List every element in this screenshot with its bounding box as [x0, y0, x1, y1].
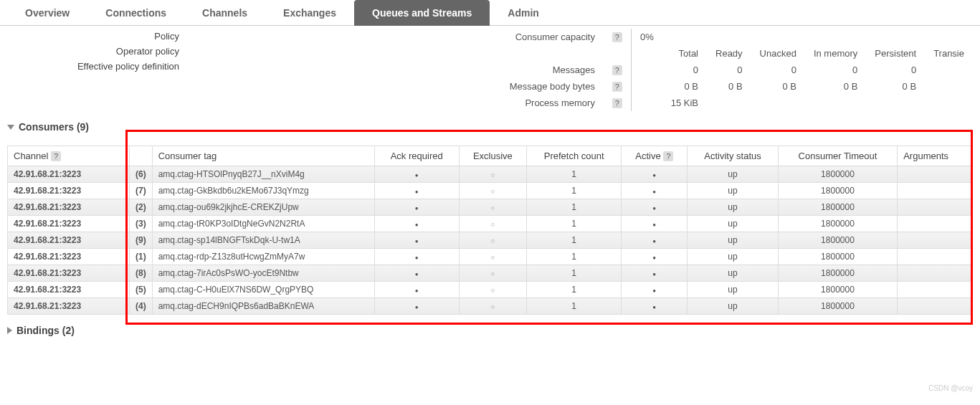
status-cell: up	[688, 249, 779, 265]
exclusive-cell	[459, 298, 526, 315]
channel-link[interactable]: 42.91.68.21:3223	[8, 249, 130, 265]
ack-cell	[374, 199, 459, 216]
tab-overview[interactable]: Overview	[7, 0, 87, 26]
ack-cell	[374, 282, 459, 298]
table-row: 42.91.68.21:3223(5)amq.ctag-C-H0uElX7NS6…	[8, 282, 973, 298]
channel-link[interactable]: 42.91.68.21:3223	[8, 183, 130, 199]
exclusive-cell	[459, 216, 526, 232]
args-cell	[898, 265, 973, 282]
help-icon[interactable]: ?	[612, 98, 622, 108]
tab-channels[interactable]: Channels	[184, 0, 265, 26]
col-activity-status: Activity status	[688, 146, 779, 166]
table-row: 42.91.68.21:3223(4)amq.ctag-dECH9nIQPBs6…	[8, 298, 973, 315]
tab-queues[interactable]: Queues and Streams	[354, 0, 490, 26]
tab-admin[interactable]: Admin	[490, 0, 557, 26]
help-icon[interactable]: ?	[51, 151, 61, 161]
active-cell	[622, 265, 688, 282]
help-icon[interactable]: ?	[612, 65, 622, 75]
table-row: 42.91.68.21:3223(8)amq.ctag-7irAc0sPsWO-…	[8, 265, 973, 282]
status-cell: up	[688, 166, 779, 183]
channel-counter: (8)	[130, 265, 153, 282]
consumers-title: Consumers (9)	[19, 121, 89, 133]
exclusive-cell	[459, 199, 526, 216]
consumers-section-header[interactable]: Consumers (9)	[0, 111, 980, 137]
table-row: 42.91.68.21:3223(9)amq.ctag-sp14lBNGFTsk…	[8, 232, 973, 249]
messages-ready: 0	[707, 62, 751, 78]
operator-policy-label: Operator policy	[7, 44, 179, 59]
stats-table: Consumer capacity ? 0% Total Ready Unack…	[501, 29, 973, 111]
active-cell	[622, 232, 688, 249]
consumer-capacity-value: 0%	[631, 29, 662, 45]
channel-link[interactable]: 42.91.68.21:3223	[8, 216, 130, 232]
ack-cell	[374, 216, 459, 232]
messages-unacked: 0	[751, 62, 805, 78]
channel-link[interactable]: 42.91.68.21:3223	[8, 265, 130, 282]
bindings-section-header[interactable]: Bindings (2)	[0, 315, 980, 340]
table-row: 42.91.68.21:3223(6)amq.ctag-HTSOlPnyqB27…	[8, 166, 973, 183]
consumer-tag: amq.ctag-GkBkdb6u2kEMo67J3qYmzg	[152, 183, 374, 199]
col-ack: Ack required	[374, 146, 459, 166]
status-cell: up	[688, 183, 779, 199]
bodybytes-label: Message body bytes	[501, 78, 604, 95]
processmem-label: Process memory	[501, 95, 604, 111]
channel-counter: (6)	[130, 166, 153, 183]
channel-link[interactable]: 42.91.68.21:3223	[8, 166, 130, 183]
tab-connections[interactable]: Connections	[87, 0, 184, 26]
status-cell: up	[688, 265, 779, 282]
prefetch-cell: 1	[527, 232, 622, 249]
exclusive-cell	[459, 282, 526, 298]
status-cell: up	[688, 232, 779, 249]
help-icon[interactable]: ?	[612, 32, 622, 42]
status-cell: up	[688, 298, 779, 315]
timeout-cell: 1800000	[778, 282, 897, 298]
exclusive-cell	[459, 249, 526, 265]
consumer-capacity-label: Consumer capacity	[501, 29, 604, 45]
prefetch-cell: 1	[527, 249, 622, 265]
status-cell: up	[688, 216, 779, 232]
timeout-cell: 1800000	[778, 232, 897, 249]
active-cell	[622, 166, 688, 183]
stats-header-transient: Transie	[925, 45, 973, 62]
channel-counter: (4)	[130, 298, 153, 315]
args-cell	[898, 183, 973, 199]
prefetch-cell: 1	[527, 199, 622, 216]
status-cell: up	[688, 282, 779, 298]
args-cell	[898, 298, 973, 315]
messages-total: 0	[662, 62, 707, 78]
consumer-tag: amq.ctag-7irAc0sPsWO-yocEt9Ntbw	[152, 265, 374, 282]
policy-section: Policy Operator policy Effective policy …	[7, 29, 179, 111]
exclusive-cell	[459, 265, 526, 282]
policy-label: Policy	[7, 29, 179, 44]
ack-cell	[374, 166, 459, 183]
timeout-cell: 1800000	[778, 199, 897, 216]
ack-cell	[374, 183, 459, 199]
exclusive-cell	[459, 183, 526, 199]
chevron-down-icon	[7, 125, 14, 130]
channel-link[interactable]: 42.91.68.21:3223	[8, 232, 130, 249]
bodybytes-inmemory: 0 B	[805, 78, 866, 95]
col-exclusive: Exclusive	[459, 146, 526, 166]
channel-link[interactable]: 42.91.68.21:3223	[8, 199, 130, 216]
channel-link[interactable]: 42.91.68.21:3223	[8, 298, 130, 315]
prefetch-cell: 1	[527, 166, 622, 183]
help-icon[interactable]: ?	[663, 151, 673, 161]
ack-cell	[374, 298, 459, 315]
messages-label: Messages	[501, 62, 604, 78]
tab-exchanges[interactable]: Exchanges	[265, 0, 354, 26]
chevron-right-icon	[7, 327, 12, 334]
help-icon[interactable]: ?	[612, 82, 622, 92]
args-cell	[898, 249, 973, 265]
bindings-title: Bindings (2)	[16, 325, 75, 336]
ack-cell	[374, 232, 459, 249]
channel-counter: (1)	[130, 249, 153, 265]
args-cell	[898, 166, 973, 183]
col-timeout: Consumer Timeout	[778, 146, 897, 166]
channel-counter: (3)	[130, 216, 153, 232]
consumer-tag: amq.ctag-dECH9nIQPBs6adBaBKnEWA	[152, 298, 374, 315]
channel-link[interactable]: 42.91.68.21:3223	[8, 282, 130, 298]
active-cell	[622, 183, 688, 199]
messages-inmemory: 0	[805, 62, 866, 78]
channel-counter: (5)	[130, 282, 153, 298]
channel-counter: (9)	[130, 232, 153, 249]
processmem-value: 15 KiB	[662, 95, 707, 111]
